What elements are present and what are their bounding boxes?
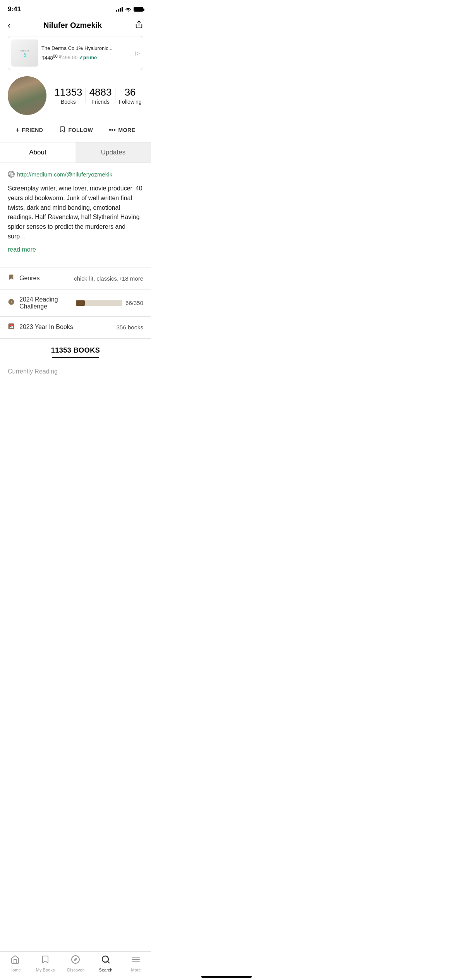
genres-row-left: Genres (8, 274, 39, 283)
svg-text:📅: 📅 (9, 324, 14, 329)
ad-arrow-icon: ▷ (136, 50, 140, 56)
year-icon: 📅 (8, 323, 15, 332)
share-button[interactable] (135, 20, 143, 31)
ad-prime-label: ✓prime (79, 55, 97, 61)
books-label: Books (61, 99, 76, 105)
status-bar: 9:41 (0, 0, 151, 16)
profile-link[interactable]: http://medium.com/@niluferyozmekik (8, 171, 143, 178)
reading-challenge-row[interactable]: ! 2024 Reading Challenge 66/350 (0, 290, 151, 317)
year-in-books-left: 📅 2023 Year In Books (8, 323, 73, 332)
ad-content: The Derma Co 1% Hyaluronic... ₹44800 ₹49… (38, 45, 136, 60)
follow-button[interactable]: FOLLOW (59, 126, 93, 134)
genres-label: Genres (19, 275, 39, 282)
profile-section: 11353 Books 4883 Friends 36 Following (0, 76, 151, 123)
year-in-books-value: 356 books (117, 324, 143, 331)
genres-icon (8, 274, 15, 283)
currently-reading-label: Currently Reading (0, 362, 151, 378)
challenge-value: 66/350 (125, 300, 143, 306)
avatar (8, 76, 46, 115)
stat-books: 11353 Books (54, 86, 82, 105)
svg-text:!: ! (11, 300, 12, 304)
avatar-image (8, 76, 46, 115)
tab-about[interactable]: About (0, 142, 76, 163)
status-icons (116, 7, 143, 12)
follow-icon (59, 126, 66, 134)
tabs: About Updates (0, 142, 151, 163)
stat-divider-2 (115, 88, 115, 103)
year-in-books-label: 2023 Year In Books (19, 324, 73, 331)
back-button[interactable]: ‹ (8, 21, 10, 31)
wifi-icon (125, 7, 131, 12)
challenge-progress-fill (76, 300, 85, 306)
stat-friends: 4883 Friends (89, 86, 112, 105)
stat-divider-1 (86, 88, 86, 103)
ad-current-price: ₹44800 (41, 55, 58, 61)
about-section: http://medium.com/@niluferyozmekik Scree… (0, 163, 151, 261)
page-title: Nilufer Ozmekik (43, 21, 102, 30)
challenge-progress-bar (76, 300, 122, 306)
read-more-button[interactable]: read more (8, 246, 143, 253)
books-count: 11353 (54, 86, 82, 98)
ad-original-price: ₹499.00 (59, 55, 77, 61)
ad-image: derma🧴 (11, 39, 38, 67)
books-section: 11353 BOOKS (0, 338, 151, 362)
more-button[interactable]: ••• MORE (109, 127, 135, 134)
books-section-title: 11353 BOOKS (0, 346, 151, 355)
signal-icon (116, 7, 123, 12)
challenge-progress-container: 66/350 (76, 300, 143, 306)
reading-challenge-left: ! 2024 Reading Challenge (8, 296, 76, 310)
friend-label: FRIEND (22, 127, 43, 133)
tab-updates[interactable]: Updates (76, 142, 151, 163)
stat-following: 36 Following (119, 86, 142, 105)
ad-price: ₹44800 ₹499.00 ✓prime (41, 53, 132, 60)
following-label: Following (119, 99, 142, 105)
bio-text: Screenplay writer, wine lover, movie pro… (8, 184, 143, 242)
more-label: MORE (118, 127, 135, 133)
challenge-label: 2024 Reading Challenge (19, 296, 76, 310)
profile-link-text: http://medium.com/@niluferyozmekik (17, 171, 112, 178)
link-icon (8, 171, 15, 178)
genres-row[interactable]: Genres chick-lit, classics,+18 more (0, 267, 151, 290)
challenge-icon: ! (8, 298, 15, 307)
year-in-books-row[interactable]: 📅 2023 Year In Books 356 books (0, 317, 151, 338)
following-count: 36 (119, 86, 142, 98)
books-title-underline (52, 357, 99, 358)
ad-banner[interactable]: derma🧴 The Derma Co 1% Hyaluronic... ₹44… (8, 36, 143, 70)
genres-value: chick-lit, classics,+18 more (74, 275, 143, 282)
status-time: 9:41 (8, 5, 21, 13)
friend-icon: + (16, 127, 20, 134)
more-dots-icon: ••• (109, 127, 116, 134)
follow-label: FOLLOW (68, 127, 93, 133)
battery-icon (134, 7, 143, 12)
friends-count: 4883 (89, 86, 112, 98)
action-buttons: + FRIEND FOLLOW ••• MORE (0, 123, 151, 142)
stats-row: 11353 Books 4883 Friends 36 Following (53, 86, 143, 105)
ad-title: The Derma Co 1% Hyaluronic... (41, 45, 132, 52)
friends-label: Friends (91, 99, 110, 105)
friend-button[interactable]: + FRIEND (16, 127, 43, 134)
info-rows: Genres chick-lit, classics,+18 more ! 20… (0, 267, 151, 338)
page-header: ‹ Nilufer Ozmekik (0, 16, 151, 36)
